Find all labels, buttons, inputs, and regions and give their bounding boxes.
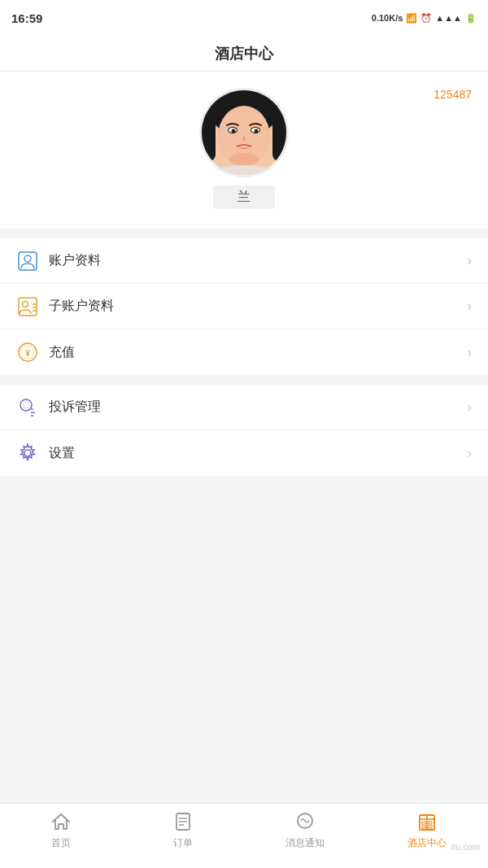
menu-item-sub-account[interactable]: 子账户资料 › <box>0 284 488 329</box>
menu-item-complaint[interactable]: 投诉管理 › <box>0 385 488 430</box>
status-icons: 0.10K/s 📶 ⏰ ▲▲▲ 🔋 <box>372 13 477 24</box>
svg-point-30 <box>24 450 31 456</box>
svg-rect-41 <box>422 826 425 828</box>
coin-icon: ¥ <box>16 341 39 364</box>
menu-label-recharge: 充值 <box>49 344 467 361</box>
sub-person-icon <box>16 295 39 318</box>
svg-rect-5 <box>272 104 289 161</box>
svg-point-25 <box>20 399 32 411</box>
menu-label-settings: 设置 <box>49 445 467 462</box>
arrow-icon-account: › <box>467 252 472 269</box>
page-header: 酒店中心 <box>0 36 488 72</box>
arrow-icon-sub-account: › <box>467 298 472 315</box>
username[interactable]: 兰 <box>213 185 275 209</box>
arrow-icon-recharge: › <box>467 344 472 361</box>
nav-label-hotel-center: 酒店中心 <box>407 836 447 850</box>
menu-label-account: 账户资料 <box>49 252 467 269</box>
svg-point-18 <box>23 301 28 307</box>
svg-point-16 <box>24 255 31 262</box>
avatar-image <box>199 88 289 177</box>
network-speed: 0.10K/s <box>372 13 403 23</box>
signal-icon: 📶 <box>406 13 417 24</box>
svg-point-14 <box>203 165 285 177</box>
nav-item-messages[interactable]: 消息通知 <box>244 810 366 850</box>
nav-label-messages: 消息通知 <box>285 836 325 850</box>
menu-label-sub-account: 子账户资料 <box>49 298 467 315</box>
profile-section: 125487 <box>0 72 488 229</box>
home-icon <box>48 810 74 833</box>
messages-icon <box>292 810 318 833</box>
svg-rect-4 <box>199 104 216 161</box>
menu-group-1: 账户资料 › 子账户资料 › ¥ 充值 › <box>0 238 488 375</box>
page-title: 酒店中心 <box>215 44 273 63</box>
status-bar: 16:59 0.10K/s 📶 ⏰ ▲▲▲ 🔋 <box>0 0 488 36</box>
complaint-icon <box>16 396 39 419</box>
svg-text:¥: ¥ <box>25 348 31 358</box>
svg-rect-40 <box>429 822 432 824</box>
nav-label-home: 首页 <box>51 836 71 850</box>
menu-item-account[interactable]: 账户资料 › <box>0 238 488 284</box>
svg-point-26 <box>23 402 29 408</box>
bottom-nav: 首页 订单 消息通知 <box>0 803 488 868</box>
watermark: itu.com <box>451 842 480 852</box>
nav-item-home[interactable]: 首页 <box>0 810 122 850</box>
person-icon <box>16 250 39 273</box>
status-time: 16:59 <box>11 11 42 25</box>
orders-icon <box>170 810 196 833</box>
user-id: 125487 <box>434 88 472 101</box>
menu-item-settings[interactable]: 设置 › <box>0 430 488 476</box>
svg-rect-39 <box>422 822 425 824</box>
alarm-icon: ⏰ <box>420 13 432 24</box>
menu-label-complaint: 投诉管理 <box>49 399 467 416</box>
hotel-icon <box>414 810 440 833</box>
avatar[interactable] <box>199 88 289 177</box>
svg-point-10 <box>232 129 236 133</box>
arrow-icon-settings: › <box>467 445 472 462</box>
arrow-icon-complaint: › <box>467 399 472 416</box>
menu-item-recharge[interactable]: ¥ 充值 › <box>0 329 488 375</box>
svg-rect-42 <box>429 826 432 828</box>
nav-label-orders: 订单 <box>173 836 193 850</box>
gear-icon <box>16 442 39 465</box>
nav-item-orders[interactable]: 订单 <box>122 810 244 850</box>
svg-point-11 <box>255 129 259 133</box>
wifi-icon: ▲▲▲ <box>435 13 462 23</box>
battery-icon: 🔋 <box>465 13 477 24</box>
menu-group-2: 投诉管理 › 设置 › <box>0 385 488 476</box>
